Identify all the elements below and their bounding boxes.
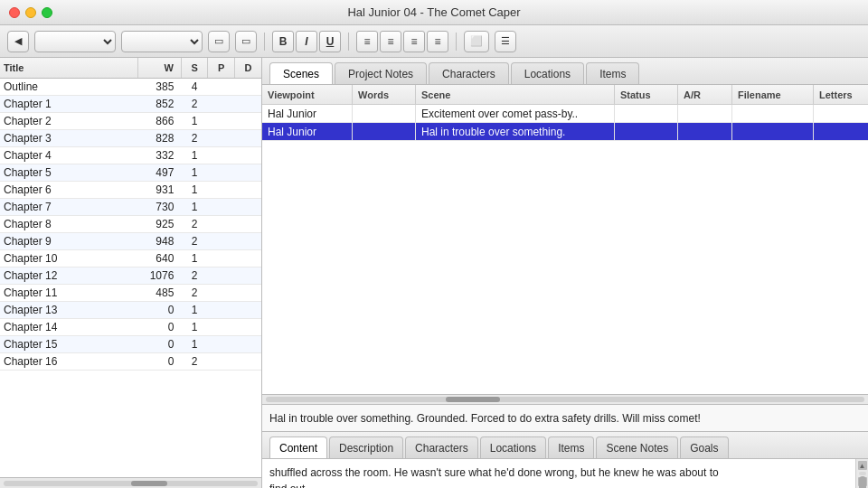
toolbar-btn-shape1[interactable]: ▭ — [208, 31, 230, 52]
toolbar-extra-button[interactable]: ⬜ — [464, 31, 489, 52]
tab-scenes[interactable]: Scenes — [269, 62, 333, 84]
align-left-button[interactable]: ≡ — [356, 31, 378, 52]
table-row[interactable]: Chapter 9 948 2 — [0, 232, 261, 249]
table-row[interactable]: Chapter 13 0 1 — [0, 301, 261, 318]
table-row[interactable]: Chapter 16 0 2 — [0, 352, 261, 370]
content-scrollbar[interactable]: ▲ ▼ — [855, 459, 868, 488]
chapter-words: 0 — [138, 335, 181, 352]
tab-project-notes[interactable]: Project Notes — [335, 62, 427, 84]
table-row[interactable]: Chapter 3 828 2 — [0, 129, 261, 146]
chapter-scenes: 2 — [181, 215, 208, 232]
toolbar-select-2[interactable] — [121, 31, 203, 52]
chapter-d — [234, 181, 261, 198]
synopsis-area: Hal in trouble over something. Grounded.… — [262, 405, 868, 432]
table-row[interactable]: Chapter 10 640 1 — [0, 249, 261, 267]
tab-bottom-characters[interactable]: Characters — [405, 436, 478, 458]
chapters-table: Title W S P D Outline 385 4 Chapter 1 85… — [0, 58, 261, 371]
chapter-scenes: 1 — [181, 335, 208, 352]
toolbar-btn-shape2[interactable]: ▭ — [235, 31, 257, 52]
scene-filename — [732, 105, 814, 122]
bold-button[interactable]: B — [272, 31, 294, 52]
table-row[interactable]: Chapter 7 730 1 — [0, 198, 261, 215]
tab-goals[interactable]: Goals — [680, 436, 728, 458]
chapter-d — [234, 249, 261, 267]
scroll-up-arrow[interactable]: ▲ — [858, 461, 867, 470]
chapter-d — [234, 215, 261, 232]
scene-col-words: Words — [353, 85, 416, 104]
scene-col-scene: Scene — [416, 85, 615, 104]
maximize-button[interactable] — [42, 7, 52, 18]
scene-row[interactable]: Hal Junior Hal in trouble over something… — [262, 123, 868, 141]
scene-ar — [678, 105, 732, 122]
table-row[interactable]: Chapter 14 0 1 — [0, 318, 261, 335]
chapter-d — [234, 335, 261, 352]
chapter-title: Chapter 6 — [0, 181, 138, 198]
tab-characters[interactable]: Characters — [429, 62, 509, 84]
table-row[interactable]: Outline 385 4 — [0, 78, 261, 95]
chapter-title: Chapter 3 — [0, 129, 138, 146]
tab-locations[interactable]: Locations — [511, 62, 584, 84]
align-justify-button[interactable]: ≡ — [427, 31, 448, 52]
chapter-scenes: 2 — [181, 95, 208, 112]
scene-title: Excitement over comet pass-by.. — [416, 105, 615, 122]
tab-bottom-locations[interactable]: Locations — [480, 436, 546, 458]
scene-status — [615, 105, 678, 122]
table-row[interactable]: Chapter 8 925 2 — [0, 215, 261, 232]
tab-bottom-items[interactable]: Items — [548, 436, 594, 458]
chapter-words: 925 — [138, 215, 181, 232]
scene-col-filename: Filename — [732, 85, 814, 104]
content-text[interactable]: shuffled across the room. He wasn't sure… — [262, 459, 855, 488]
minimize-button[interactable] — [25, 7, 36, 18]
content-area: shuffled across the room. He wasn't sure… — [262, 459, 868, 488]
h-scrollbar[interactable] — [262, 394, 868, 405]
sidebar-scrollbar[interactable] — [0, 477, 261, 488]
window-controls[interactable] — [9, 7, 52, 18]
chapter-scenes: 1 — [181, 181, 208, 198]
toolbar-list-button[interactable]: ☰ — [495, 31, 516, 52]
chapter-words: 828 — [138, 129, 181, 146]
chapter-scenes: 1 — [181, 301, 208, 318]
close-button[interactable] — [9, 7, 20, 18]
scroll-track — [859, 472, 866, 475]
chapter-words: 0 — [138, 352, 181, 370]
col-header-w: W — [138, 58, 181, 78]
tab-description[interactable]: Description — [329, 436, 403, 458]
chapter-p — [208, 95, 235, 112]
align-center-button[interactable]: ≡ — [380, 31, 401, 52]
italic-button[interactable]: I — [296, 31, 317, 52]
toolbar-select-1[interactable] — [34, 31, 116, 52]
scene-col-viewpoint: Viewpoint — [262, 85, 353, 104]
chapter-scenes: 2 — [181, 267, 208, 284]
scene-viewpoint: Hal Junior — [262, 123, 353, 140]
nav-back-button[interactable]: ◀ — [7, 31, 29, 52]
sidebar-scroll-thumb — [131, 481, 167, 486]
chapter-title: Chapter 8 — [0, 215, 138, 232]
tab-scene-notes[interactable]: Scene Notes — [596, 436, 678, 458]
sidebar-table[interactable]: Title W S P D Outline 385 4 Chapter 1 85… — [0, 58, 261, 477]
table-row[interactable]: Chapter 2 866 1 — [0, 112, 261, 129]
chapter-words: 485 — [138, 284, 181, 301]
scene-row[interactable]: Hal Junior Excitement over comet pass-by… — [262, 105, 868, 123]
toolbar-separator-3 — [456, 33, 457, 51]
table-row[interactable]: Chapter 5 497 1 — [0, 164, 261, 181]
table-row[interactable]: Chapter 12 1076 2 — [0, 267, 261, 284]
tab-content[interactable]: Content — [269, 436, 327, 458]
chapter-scenes: 2 — [181, 352, 208, 370]
tab-items[interactable]: Items — [586, 62, 639, 84]
chapter-words: 1076 — [138, 267, 181, 284]
col-header-d: D — [234, 58, 261, 78]
table-row[interactable]: Chapter 15 0 1 — [0, 335, 261, 352]
table-row[interactable]: Chapter 1 852 2 — [0, 95, 261, 112]
align-right-button[interactable]: ≡ — [403, 31, 425, 52]
toolbar-separator-2 — [348, 33, 349, 51]
empty-scene-rows — [262, 267, 868, 394]
chapter-title: Chapter 7 — [0, 198, 138, 215]
table-row[interactable]: Chapter 6 931 1 — [0, 181, 261, 198]
table-row[interactable]: Chapter 11 485 2 — [0, 284, 261, 301]
table-row[interactable]: Chapter 4 332 1 — [0, 146, 261, 164]
chapter-words: 640 — [138, 249, 181, 267]
col-header-p: P — [208, 58, 235, 78]
sidebar-scroll-track — [4, 481, 258, 486]
toolbar: ◀ ▭ ▭ B I U ≡ ≡ ≡ ≡ ⬜ ☰ — [0, 25, 868, 58]
underline-button[interactable]: U — [319, 31, 341, 52]
